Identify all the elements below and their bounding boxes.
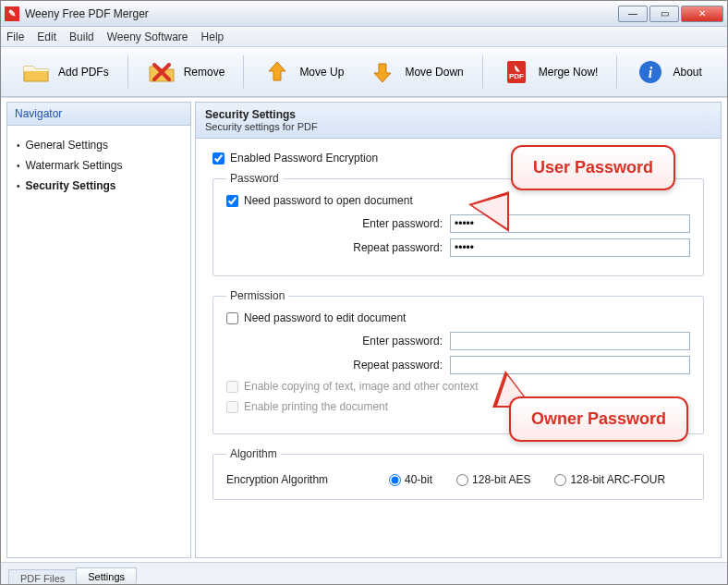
remove-label: Remove: [184, 66, 225, 79]
algorithm-fieldset: Algorithm Encryption Algorithm 40-bit 12…: [212, 447, 704, 500]
permission-legend: Permission: [226, 289, 288, 302]
move-down-button[interactable]: Move Down: [358, 54, 472, 91]
arrow-up-icon: [262, 57, 292, 87]
remove-icon: [147, 57, 176, 87]
edit-repeat-label: Repeat password:: [313, 359, 443, 372]
need-open-checkbox[interactable]: [226, 195, 238, 207]
algo-128aes-label: 128-bit AES: [472, 473, 530, 486]
algo-128aes-option[interactable]: 128-bit AES: [456, 473, 530, 486]
move-up-label: Move Up: [299, 66, 344, 79]
edit-repeat-row: Repeat password:: [226, 356, 690, 374]
enable-encryption-checkbox[interactable]: [212, 152, 224, 165]
titlebar: ✎ Weeny Free PDF Merger — ▭ ✕: [1, 1, 727, 27]
svg-text:i: i: [649, 65, 653, 80]
window-controls: — ▭ ✕: [618, 6, 723, 22]
need-edit-label: Need password to edit document: [244, 311, 406, 324]
callout-tail-user: [468, 191, 509, 232]
bottom-tabs: PDF Files Settings: [1, 562, 727, 584]
nav-list: General Settings Watermark Settings Secu…: [7, 126, 190, 205]
algo-40bit-label: 40-bit: [405, 473, 432, 486]
callout-owner-password: Owner Password: [509, 396, 688, 442]
open-repeat-label: Repeat password:: [313, 241, 443, 254]
folder-add-icon: [21, 57, 51, 87]
content-header: Security Settings Security settings for …: [196, 103, 721, 139]
open-enter-row: Enter password:: [226, 214, 690, 233]
menu-help[interactable]: Help: [201, 30, 224, 43]
add-pdfs-label: Add PDFs: [58, 66, 109, 79]
about-label: About: [673, 66, 701, 79]
add-pdfs-button[interactable]: Add PDFs: [12, 54, 118, 91]
algo-40bit-option[interactable]: 40-bit: [389, 473, 432, 486]
merge-now-button[interactable]: PDF Merge Now!: [492, 54, 608, 91]
sidebar-item-security[interactable]: Security Settings: [13, 176, 185, 196]
close-button[interactable]: ✕: [681, 6, 723, 22]
edit-enter-label: Enter password:: [313, 335, 443, 347]
toolbar: Add PDFs Remove Move Up Move Down PDF Me…: [1, 47, 727, 97]
menu-edit[interactable]: Edit: [37, 30, 56, 43]
toolbar-separator: [127, 55, 128, 89]
algo-40bit-radio[interactable]: [389, 474, 401, 486]
move-down-label: Move Down: [405, 66, 463, 79]
toolbar-separator: [243, 55, 244, 89]
enable-print-label: Enable printing the document: [244, 400, 388, 413]
remove-button[interactable]: Remove: [138, 54, 235, 91]
algo-128arc-option[interactable]: 128-bit ARC-FOUR: [554, 473, 665, 486]
edit-enter-row: Enter password:: [226, 332, 690, 350]
algorithm-legend: Algorithm: [226, 447, 281, 460]
merge-now-label: Merge Now!: [539, 66, 599, 79]
minimize-button[interactable]: —: [618, 6, 648, 22]
window-title: Weeny Free PDF Merger: [25, 7, 618, 20]
tab-pdf-files[interactable]: PDF Files: [8, 569, 77, 585]
enable-copy-row: Enable copying of text, image and other …: [226, 380, 690, 393]
toolbar-separator: [482, 55, 483, 89]
algorithm-label: Encryption Algorithm: [226, 473, 365, 486]
move-up-button[interactable]: Move Up: [253, 54, 353, 91]
info-icon: i: [636, 57, 665, 87]
sidebar: Navigator General Settings Watermark Set…: [6, 102, 191, 558]
page-subtitle: Security settings for PDF: [205, 121, 711, 132]
toolbar-separator: [616, 55, 617, 89]
algorithm-row: Encryption Algorithm 40-bit 128-bit AES …: [226, 473, 690, 486]
about-button[interactable]: i About: [626, 54, 710, 91]
need-open-row: Need password to open document: [226, 194, 690, 207]
algo-128arc-label: 128-bit ARC-FOUR: [570, 473, 665, 486]
pdf-icon: PDF: [502, 57, 531, 87]
need-edit-row: Need password to edit document: [226, 311, 690, 324]
app-icon: ✎: [5, 6, 19, 21]
tab-settings[interactable]: Settings: [76, 567, 137, 585]
enable-copy-label: Enable copying of text, image and other …: [244, 380, 479, 393]
enable-encryption-label: Enabled Password Encryption: [230, 152, 378, 165]
sidebar-item-watermark[interactable]: Watermark Settings: [13, 155, 185, 176]
menubar: File Edit Build Weeny Software Help: [1, 27, 727, 47]
edit-enter-input[interactable]: [450, 332, 690, 350]
open-enter-label: Enter password:: [313, 217, 443, 230]
need-edit-checkbox[interactable]: [226, 312, 238, 324]
sidebar-item-general[interactable]: General Settings: [13, 135, 185, 155]
password-legend: Password: [226, 172, 283, 185]
callout-user-password: User Password: [511, 145, 675, 190]
maximize-button[interactable]: ▭: [649, 6, 679, 22]
menu-weeny-software[interactable]: Weeny Software: [107, 30, 188, 43]
edit-repeat-input[interactable]: [450, 356, 690, 374]
svg-text:PDF: PDF: [509, 72, 524, 80]
menu-build[interactable]: Build: [69, 30, 94, 43]
open-repeat-input[interactable]: [450, 238, 690, 257]
arrow-down-icon: [368, 57, 397, 87]
algo-128aes-radio[interactable]: [456, 474, 468, 486]
enable-copy-checkbox: [226, 381, 238, 393]
page-title: Security Settings: [205, 108, 711, 121]
need-open-label: Need password to open document: [244, 194, 413, 207]
enable-print-checkbox: [226, 401, 238, 413]
algo-128arc-radio[interactable]: [554, 474, 566, 486]
content-body: Enabled Password Encryption Password Nee…: [196, 139, 721, 526]
menu-file[interactable]: File: [6, 30, 24, 43]
sidebar-header: Navigator: [7, 103, 190, 126]
open-repeat-row: Repeat password:: [226, 238, 690, 257]
